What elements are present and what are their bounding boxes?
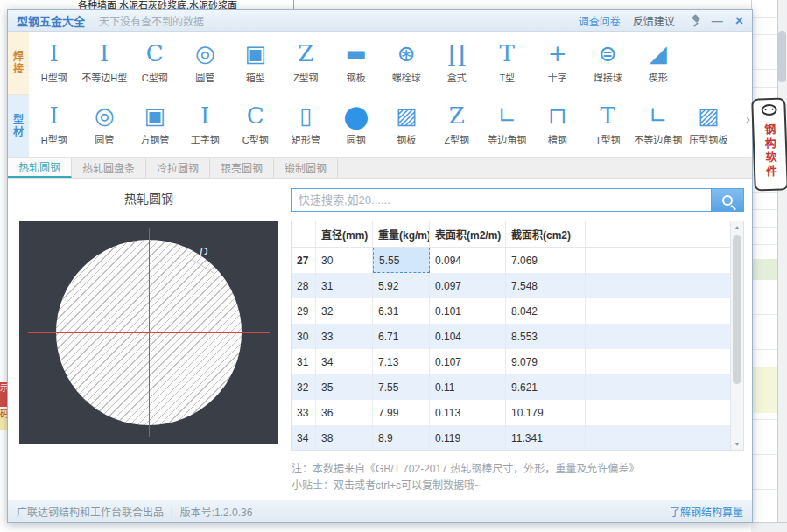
cell-section-area[interactable]: 9.079 <box>506 349 586 374</box>
table-row[interactable]: 27 30 5.55 0.094 7.069 <box>292 248 730 273</box>
cell-diameter[interactable]: 30 <box>316 248 373 273</box>
feedback-link[interactable]: 反馈建议 <box>633 13 675 28</box>
search-input[interactable] <box>291 188 712 212</box>
cell-section-area[interactable]: 8.042 <box>506 298 586 324</box>
cell-diameter[interactable]: 34 <box>316 349 373 374</box>
cell-section-area[interactable]: 11.341 <box>506 425 586 450</box>
weld-item-round-pipe[interactable]: ◎圆管 <box>180 32 231 94</box>
profile-item-round-bar[interactable]: ●圆钢 <box>331 94 382 157</box>
table-row[interactable]: 34 38 8.9 0.119 11.341 <box>292 425 730 450</box>
weld-item-bolt-ball[interactable]: ⊛螺栓球 <box>382 32 432 94</box>
scroll-up-icon[interactable]: ▲ <box>731 221 743 233</box>
cell-surface-area[interactable]: 0.094 <box>430 248 506 273</box>
cell-weight[interactable]: 7.55 <box>373 374 430 400</box>
cell-surface-area[interactable]: 0.113 <box>430 400 506 425</box>
survey-link[interactable]: 调查问卷 <box>579 13 621 28</box>
cell-weight[interactable]: 6.31 <box>373 298 430 324</box>
table-row[interactable]: 30 33 6.71 0.104 8.553 <box>292 324 730 349</box>
profile-item-channel[interactable]: ⊓槽钢 <box>532 94 583 157</box>
profile-item-i-beam[interactable]: I工字钢 <box>180 94 231 157</box>
cell-diameter[interactable]: 36 <box>316 400 373 425</box>
profile-item-equal-angle[interactable]: ∟等边角钢 <box>482 94 533 157</box>
more-categories-chevron-icon[interactable]: › <box>746 111 750 126</box>
cell-surface-area[interactable]: 0.104 <box>430 324 506 349</box>
profile-item-square-tube[interactable]: ▣方钢管 <box>130 94 180 157</box>
pin-icon[interactable] <box>691 15 701 27</box>
learn-more-link[interactable]: 了解钢结构算量 <box>670 504 743 519</box>
tab-profile[interactable]: 型材 <box>8 94 29 157</box>
section-diagram: D <box>19 220 278 444</box>
table-row[interactable]: 31 34 7.13 0.107 9.079 <box>292 349 730 374</box>
table-scrollbar-thumb[interactable] <box>733 235 741 384</box>
table-scrollbar[interactable]: ▲ ▼ <box>730 221 743 450</box>
subtab-hot-rolled-round[interactable]: 热轧圆钢 <box>8 158 72 178</box>
profile-item-c-steel[interactable]: CC型钢 <box>230 94 281 157</box>
weld-item-z-steel[interactable]: ZZ型钢 <box>281 32 332 94</box>
cell-surface-area[interactable]: 0.097 <box>430 273 506 298</box>
cell-section-area[interactable]: 8.553 <box>506 324 586 349</box>
minimize-button[interactable]: — <box>712 15 723 26</box>
profile-item-unequal-angle[interactable]: ∟不等边角钢 <box>633 94 684 157</box>
row-filler <box>586 324 730 349</box>
weld-item-h-beam[interactable]: IH型钢 <box>29 32 80 94</box>
background-scrollbar-thumb[interactable] <box>778 32 786 82</box>
subtab-hot-rolled-coil[interactable]: 热轧圆盘条 <box>72 158 146 178</box>
tab-weld[interactable]: 焊接 <box>8 32 29 94</box>
cell-diameter[interactable]: 33 <box>316 324 373 349</box>
row-filler <box>586 298 730 324</box>
weld-item-cross[interactable]: +十字 <box>532 32 583 94</box>
weld-item-unequal-h-beam[interactable]: I不等边H型 <box>80 32 130 94</box>
cell-surface-area[interactable]: 0.107 <box>430 349 506 374</box>
cell-surface-area[interactable]: 0.101 <box>430 298 506 324</box>
cell-section-area[interactable]: 10.179 <box>506 400 586 425</box>
cell-surface-area[interactable]: 0.119 <box>430 425 506 450</box>
cell-diameter[interactable]: 31 <box>316 273 373 298</box>
cell-weight[interactable]: 7.99 <box>373 400 430 425</box>
table-body: 直径(mm) 重量(kg/m) 表面积(m2/m) 截面积(cm2) 27 30… <box>292 221 730 450</box>
profile-item-corrugated-sheet[interactable]: ▨压型钢板 <box>684 94 734 157</box>
weld-item-box-section[interactable]: ▣箱型 <box>230 32 281 94</box>
profile-item-steel-plate[interactable]: ▨钢板 <box>382 94 432 157</box>
t-steel-icon: T <box>601 99 615 132</box>
cell-weight[interactable]: 8.9 <box>373 425 430 450</box>
table-row[interactable]: 33 36 7.99 0.113 10.179 <box>292 400 730 425</box>
profile-item-rect-tube[interactable]: ▯矩形管 <box>281 94 332 157</box>
equal-angle-icon: ∟ <box>497 99 516 132</box>
cell-section-area[interactable]: 9.621 <box>506 374 586 400</box>
cell-surface-area[interactable]: 0.11 <box>430 374 506 400</box>
profile-item-h-beam[interactable]: IH型钢 <box>29 94 80 157</box>
weld-item-t-section[interactable]: TT型 <box>482 32 533 94</box>
close-button[interactable]: × <box>735 14 743 28</box>
profile-item-t-steel[interactable]: TT型钢 <box>583 94 634 157</box>
profile-item-label: 钢板 <box>397 132 416 146</box>
profile-item-round-pipe[interactable]: ◎圆管 <box>80 94 130 157</box>
weld-item-wedge[interactable]: ◢楔形 <box>633 32 684 94</box>
cell-section-area[interactable]: 7.069 <box>506 248 586 273</box>
table-row[interactable]: 28 31 5.92 0.097 7.548 <box>292 273 730 298</box>
weld-item-box-type[interactable]: ∏盒式 <box>432 32 482 94</box>
subtab-forged-round[interactable]: 锻制圆钢 <box>274 158 338 178</box>
cell-weight[interactable]: 5.55 <box>373 248 430 273</box>
cell-section-area[interactable]: 7.548 <box>506 273 586 298</box>
cross-icon: + <box>548 37 567 70</box>
weld-item-steel-plate[interactable]: ▬钢板 <box>331 32 382 94</box>
cell-weight[interactable]: 5.92 <box>373 273 430 298</box>
background-cell-green <box>752 259 777 280</box>
scroll-down-icon[interactable]: ▼ <box>731 438 743 450</box>
table-row[interactable]: 29 32 6.31 0.101 8.042 <box>292 298 730 324</box>
cell-diameter[interactable]: 38 <box>316 425 373 450</box>
subtab-cold-drawn-round[interactable]: 冷拉圆钢 <box>146 158 210 178</box>
row-number: 31 <box>292 349 316 374</box>
weld-item-c-steel[interactable]: CC型钢 <box>130 32 180 94</box>
cell-diameter[interactable]: 35 <box>316 374 373 400</box>
search-button[interactable] <box>712 188 744 212</box>
cell-diameter[interactable]: 32 <box>316 298 373 324</box>
profile-item-z-steel[interactable]: ZZ型钢 <box>432 94 482 157</box>
table-row[interactable]: 32 35 7.55 0.11 9.621 <box>292 374 730 400</box>
background-horizontal-scrollbar[interactable] <box>751 522 787 532</box>
cell-weight[interactable]: 7.13 <box>373 349 430 374</box>
weld-item-welding-ball[interactable]: ⊜焊接球 <box>583 32 634 94</box>
subtab-bright-round[interactable]: 银亮圆钢 <box>210 158 274 178</box>
weld-item-label: C型钢 <box>142 70 168 84</box>
cell-weight[interactable]: 6.71 <box>373 324 430 349</box>
